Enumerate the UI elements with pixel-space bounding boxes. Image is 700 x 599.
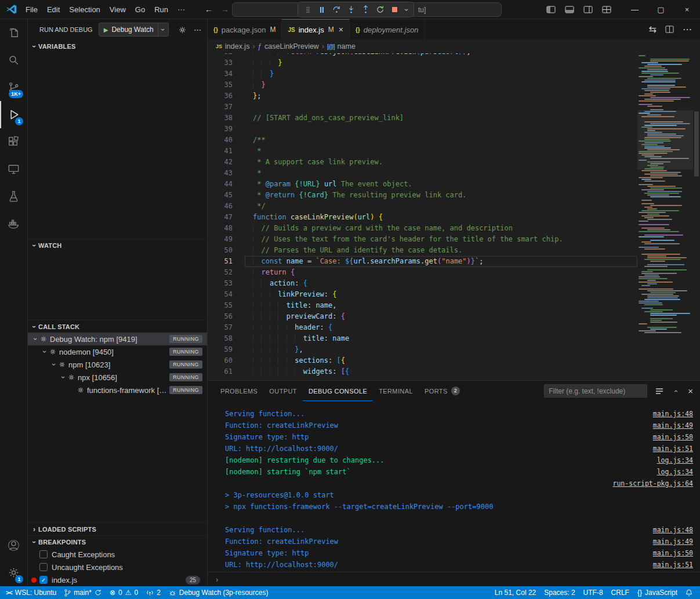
scrollbar-thumb[interactable]: [694, 111, 699, 176]
tab-problems[interactable]: PROBLEMS: [215, 381, 263, 401]
code-line[interactable]: 36};: [208, 91, 637, 102]
line-number[interactable]: 42: [208, 157, 245, 168]
line-number[interactable]: 32: [208, 53, 245, 57]
stop-button[interactable]: [388, 3, 401, 16]
line-number[interactable]: 60: [208, 355, 245, 366]
breadcrumb-symbol[interactable]: ƒ caseLinkPreview: [257, 42, 318, 50]
code-line[interactable]: 47function caseLinkPreview(url) {: [208, 212, 637, 223]
step-into-button[interactable]: [344, 3, 357, 16]
menu-go[interactable]: Go: [130, 0, 150, 19]
menu-selection[interactable]: Selection: [64, 0, 104, 19]
line-number[interactable]: 37: [208, 102, 245, 113]
pause-button[interactable]: [315, 3, 328, 16]
code-line[interactable]: 35 }: [208, 80, 637, 91]
code-line[interactable]: 40/**: [208, 135, 637, 146]
breadcrumb-symbol[interactable]: [@] name: [327, 42, 356, 50]
search-icon[interactable]: [0, 46, 27, 74]
explorer-icon[interactable]: [0, 19, 27, 46]
line-number[interactable]: 40: [208, 135, 245, 146]
line-number[interactable]: 52: [208, 267, 245, 278]
code-pane[interactable]: 32 return res.json(caseLinkPreview(parse…: [208, 53, 637, 380]
forward-arrow-icon[interactable]: →: [221, 5, 229, 14]
line-number[interactable]: 48: [208, 223, 245, 234]
minimize-button[interactable]: —: [622, 0, 648, 19]
restart-button[interactable]: [373, 3, 386, 16]
variables-section-header[interactable]: › VARIABLES: [28, 40, 207, 53]
code-line[interactable]: 42 * A support case link preview.: [208, 157, 637, 168]
console-source-link[interactable]: main.js:51: [653, 443, 693, 454]
call-stack-session[interactable]: ›npx [10656]RUNNING: [28, 371, 207, 384]
menu-file[interactable]: File: [21, 0, 42, 19]
call-stack-session[interactable]: ›nodemon [9450]RUNNING: [28, 345, 207, 358]
line-number[interactable]: 44: [208, 179, 245, 190]
code-line[interactable]: 43 *: [208, 168, 637, 179]
breakpoint-item[interactable]: Caught Exceptions: [28, 548, 207, 561]
menu-overflow-icon[interactable]: ⋯: [173, 0, 190, 19]
line-number[interactable]: 51: [208, 256, 245, 267]
launch-config-dropdown[interactable]: ▶ Debug Watch ›: [99, 23, 169, 37]
twistie-icon[interactable]: ›: [31, 335, 39, 343]
code-line[interactable]: 51 const name = `Case: ${url.searchParam…: [208, 256, 637, 267]
code-line[interactable]: 37: [208, 102, 637, 113]
code-line[interactable]: 39: [208, 124, 637, 135]
breakpoint-item[interactable]: Uncaught Exceptions: [28, 561, 207, 573]
menu-view[interactable]: View: [105, 0, 130, 19]
problems-indicator[interactable]: ⊗ 0 ⚠ 0: [106, 586, 142, 599]
line-number[interactable]: 47: [208, 212, 245, 223]
source-control-icon[interactable]: 1K+: [0, 74, 27, 101]
extensions-icon[interactable]: [0, 128, 27, 156]
console-source-link[interactable]: main.js:50: [653, 547, 693, 559]
line-number[interactable]: 55: [208, 300, 245, 311]
console-output[interactable]: Serving function...main.js:48Function: c…: [208, 401, 700, 572]
close-window-button[interactable]: ×: [674, 0, 700, 19]
language-mode[interactable]: {} JavaScript: [633, 586, 681, 599]
console-source-link[interactable]: main.js:49: [653, 420, 693, 431]
encoding[interactable]: UTF-8: [579, 586, 607, 599]
line-number[interactable]: 49: [208, 234, 245, 245]
minimap-slider[interactable]: [637, 110, 693, 169]
close-tab-icon[interactable]: ×: [339, 25, 343, 34]
console-source-link[interactable]: run-script-pkg.js:64: [613, 478, 693, 489]
code-line[interactable]: 45 * @return {!Card} The resulting previ…: [208, 190, 637, 201]
call-stack-session[interactable]: functions-framework [106...RUNNING: [28, 384, 207, 396]
line-number[interactable]: 56: [208, 311, 245, 322]
split-editor-icon[interactable]: [665, 26, 674, 33]
call-stack-session[interactable]: ›Debug Watch: npm [9419]RUNNING: [28, 333, 207, 345]
console-source-link[interactable]: main.js:48: [653, 408, 693, 420]
code-line[interactable]: 49 // Uses the text from the card's head…: [208, 234, 637, 245]
command-center[interactable]: ⣿ › tu]: [232, 2, 502, 17]
menu-run[interactable]: Run: [150, 0, 173, 19]
breakpoints-section-header[interactable]: › BREAKPOINTS: [28, 535, 207, 548]
tab-output[interactable]: OUTPUT: [263, 381, 303, 401]
console-filter-input[interactable]: [544, 384, 647, 398]
tab-deployment-json[interactable]: {} deployment.json: [350, 19, 425, 39]
line-number[interactable]: 46: [208, 201, 245, 212]
code-line[interactable]: 59 },: [208, 344, 637, 355]
tab-package-json[interactable]: {} package.json M: [208, 19, 282, 39]
code-line[interactable]: 54 linkPreview: {: [208, 289, 637, 300]
code-line[interactable]: 58 title: name: [208, 333, 637, 344]
code-line[interactable]: 41 *: [208, 146, 637, 157]
debug-toolbar-chevron-icon[interactable]: ›: [402, 6, 411, 14]
code-line[interactable]: 50 // Parses the URL and identify the ca…: [208, 245, 637, 256]
back-arrow-icon[interactable]: ←: [205, 5, 213, 14]
line-number[interactable]: 50: [208, 245, 245, 256]
console-source-link[interactable]: log.js:34: [657, 466, 693, 478]
testing-icon[interactable]: [0, 183, 27, 210]
code-line[interactable]: 44 * @param {!URL} url The event object.: [208, 179, 637, 190]
console-source-link[interactable]: main.js:48: [653, 524, 693, 536]
customize-layout-icon[interactable]: [602, 6, 611, 13]
line-number[interactable]: 43: [208, 168, 245, 179]
code-line[interactable]: 53 action: {: [208, 278, 637, 289]
call-stack-section-header[interactable]: › CALL STACK: [28, 320, 207, 333]
call-stack-session[interactable]: ›npm [10623]RUNNING: [28, 358, 207, 371]
tab-terminal[interactable]: TERMINAL: [373, 381, 419, 401]
code-line[interactable]: 48 // Builds a preview card with the cas…: [208, 223, 637, 234]
tab-debug-console[interactable]: DEBUG CONSOLE: [303, 381, 373, 401]
breakpoint-checkbox[interactable]: ✓: [39, 576, 48, 584]
editor-scrollbar[interactable]: [693, 53, 700, 380]
code-line[interactable]: 56 previewCard: {: [208, 311, 637, 322]
line-number[interactable]: 39: [208, 124, 245, 135]
cursor-position[interactable]: Ln 51, Col 22: [491, 586, 540, 599]
remote-indicator[interactable]: >< WSL: Ubuntu: [0, 586, 60, 599]
